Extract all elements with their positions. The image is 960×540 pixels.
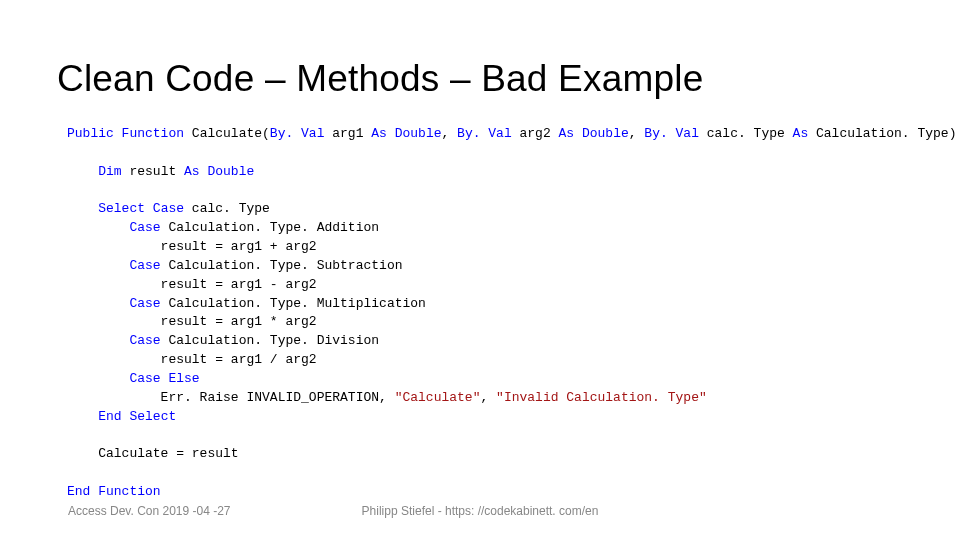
code-text xyxy=(67,258,129,273)
code-text: , xyxy=(442,126,458,141)
code-text xyxy=(67,409,98,424)
code-text xyxy=(67,371,129,386)
code-text xyxy=(67,333,129,348)
code-text: calc. Type xyxy=(699,126,793,141)
code-text: result = arg1 - arg2 xyxy=(67,277,317,292)
code-text: Calculate = result xyxy=(67,446,239,461)
code-text: Case xyxy=(129,333,160,348)
code-text: Calculation. Type) xyxy=(808,126,960,141)
code-text: Calculation. Type. Multiplication xyxy=(161,296,426,311)
code-text: By. Val xyxy=(457,126,512,141)
footer-center: Philipp Stiefel - https: //codekabinett.… xyxy=(0,504,960,518)
code-text xyxy=(67,201,98,216)
code-text: Calculation. Type. Subtraction xyxy=(161,258,403,273)
code-text: End Function xyxy=(67,484,161,499)
code-text: result xyxy=(122,164,184,179)
code-text: Case xyxy=(129,220,160,235)
code-text: , xyxy=(629,126,645,141)
code-text: Dim xyxy=(98,164,121,179)
code-text: Calculation. Type. Division xyxy=(161,333,379,348)
code-block: Public Function Calculate(By. Val arg1 A… xyxy=(67,125,950,502)
code-text: Select Case xyxy=(98,201,184,216)
code-text: result = arg1 / arg2 xyxy=(67,352,317,367)
slide-title: Clean Code – Methods – Bad Example xyxy=(57,58,703,100)
code-text: Calculation. Type. Addition xyxy=(161,220,379,235)
code-text: Case xyxy=(129,258,160,273)
code-text: result = arg1 + arg2 xyxy=(67,239,317,254)
code-text: Err. Raise INVALID_OPERATION, xyxy=(67,390,395,405)
code-text xyxy=(67,220,129,235)
code-text: Case xyxy=(129,296,160,311)
code-text: Public Function xyxy=(67,126,184,141)
code-text: "Calculate" xyxy=(395,390,481,405)
code-text: arg1 xyxy=(324,126,371,141)
code-text: Calculate( xyxy=(184,126,270,141)
code-text: result = arg1 * arg2 xyxy=(67,314,317,329)
code-text: By. Val xyxy=(644,126,699,141)
code-text: Case Else xyxy=(129,371,199,386)
code-text: End Select xyxy=(98,409,176,424)
code-text: As xyxy=(793,126,809,141)
code-text: As Double xyxy=(371,126,441,141)
code-text: By. Val xyxy=(270,126,325,141)
code-text: arg2 xyxy=(512,126,559,141)
code-text: calc. Type xyxy=(184,201,270,216)
code-text: As Double xyxy=(559,126,629,141)
code-text xyxy=(67,164,98,179)
code-text: As Double xyxy=(184,164,254,179)
code-text: , xyxy=(480,390,496,405)
code-text: "Invalid Calculation. Type" xyxy=(496,390,707,405)
code-text xyxy=(67,296,129,311)
slide: Clean Code – Methods – Bad Example Publi… xyxy=(0,0,960,540)
